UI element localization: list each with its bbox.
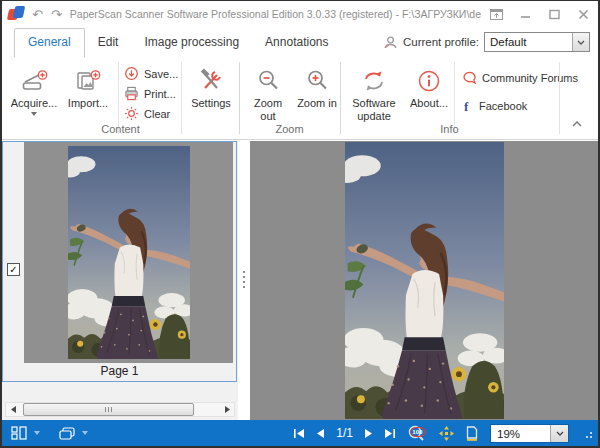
group-label-content: Content — [2, 123, 239, 135]
about-button[interactable]: About... — [406, 64, 452, 110]
minimize-button[interactable] — [518, 8, 532, 20]
zoom-in-label: Zoom in — [297, 97, 337, 110]
facebook-icon: f — [462, 99, 474, 113]
page-checkbox[interactable]: ✓ — [7, 263, 20, 276]
profile-combobox[interactable]: Default — [484, 32, 590, 52]
chevron-down-icon — [577, 40, 585, 45]
zoom-out-button[interactable]: Zoom out — [245, 64, 291, 122]
current-profile-label: Current profile: — [403, 36, 479, 48]
ribbon: Acquire... Import... Save... Print... Cl… — [2, 57, 598, 140]
clear-label: Clear — [144, 108, 170, 120]
save-label: Save... — [144, 68, 178, 80]
tab-edit[interactable]: Edit — [85, 29, 132, 57]
import-images-icon — [75, 64, 101, 94]
group-label-info: Info — [340, 123, 559, 135]
content-area: ✓ Page 1 — [2, 141, 598, 420]
import-button[interactable]: Import... — [64, 64, 112, 110]
user-icon — [383, 35, 398, 50]
zoom-in-icon — [305, 64, 329, 94]
panel-splitter[interactable] — [238, 141, 250, 420]
acquire-button[interactable]: Acquire... — [8, 64, 60, 116]
chevron-down-icon — [556, 431, 564, 436]
last-page-icon[interactable] — [384, 429, 395, 438]
redo-icon[interactable]: ↷ — [51, 8, 62, 21]
zoom-level-dropdown[interactable] — [550, 425, 568, 442]
scroll-right-arrow-icon[interactable] — [220, 403, 234, 416]
page-label: Page 1 — [3, 364, 236, 380]
profile-combobox-value: Default — [485, 33, 572, 51]
clear-icon — [124, 106, 139, 121]
app-logo-icon — [8, 6, 24, 22]
settings-label: Settings — [191, 97, 231, 110]
undo-icon[interactable]: ↶ — [32, 8, 43, 21]
save-download-icon — [124, 66, 139, 81]
community-forums-label: Community Forums — [482, 72, 578, 84]
speech-bubble-icon — [462, 71, 477, 85]
software-update-icon — [360, 64, 388, 94]
cascade-dropdown-caret-icon[interactable] — [82, 431, 88, 435]
profile-area: Current profile: Default — [383, 32, 590, 52]
ribbon-separator — [559, 62, 560, 134]
about-info-icon — [416, 64, 442, 94]
first-page-icon[interactable] — [294, 429, 305, 438]
pages-panel: ✓ Page 1 — [2, 141, 238, 420]
page-list: ✓ Page 1 — [2, 141, 237, 382]
scrollbar-thumb[interactable] — [23, 403, 194, 416]
svg-text:100: 100 — [412, 428, 423, 435]
collapse-ribbon-chevron-icon[interactable] — [572, 113, 582, 131]
thumbnail-strip — [24, 142, 233, 363]
view-dropdown-caret-icon[interactable] — [34, 431, 40, 435]
settings-tools-icon — [198, 64, 224, 94]
print-button[interactable]: Print... — [124, 85, 176, 102]
close-button[interactable] — [576, 8, 590, 20]
zoom-in-button[interactable]: Zoom in — [296, 64, 338, 110]
acquire-label: Acquire... — [11, 97, 57, 110]
ribbon-tabbar: General Edit Image processing Annotation… — [2, 27, 598, 57]
statusbar: 1/1 100 19% — [2, 420, 598, 446]
acquire-dropdown-caret-icon[interactable] — [31, 112, 37, 116]
page-preview-image — [345, 142, 504, 419]
fit-width-page-icon[interactable] — [466, 426, 478, 441]
scanner-acquire-icon — [21, 64, 48, 94]
maximize-button[interactable] — [547, 8, 561, 20]
fit-page-arrows-icon[interactable] — [439, 426, 454, 441]
statusbar-navigation: 1/1 100 19% — [294, 424, 598, 443]
facebook-button[interactable]: f Facebook — [462, 97, 527, 114]
software-update-label: Software update — [346, 97, 402, 122]
zoom-100-icon[interactable]: 100 — [407, 425, 427, 442]
zoom-level-combobox[interactable]: 19% — [490, 424, 569, 443]
software-update-button[interactable]: Software update — [346, 64, 402, 122]
app-window: ↶ ↷ PaperScan Scanner Software Professio… — [0, 0, 600, 448]
community-forums-button[interactable]: Community Forums — [462, 69, 578, 86]
zoom-level-value: 19% — [491, 425, 550, 442]
tab-image-processing[interactable]: Image processing — [131, 29, 252, 57]
tab-general[interactable]: General — [14, 28, 85, 57]
scrollbar-track[interactable] — [20, 403, 220, 416]
svg-text:f: f — [464, 99, 469, 113]
previous-page-icon[interactable] — [317, 429, 324, 438]
settings-button[interactable]: Settings — [186, 64, 236, 110]
zoom-out-label: Zoom out — [245, 97, 291, 122]
page-indicator: 1/1 — [336, 426, 353, 440]
document-preview — [250, 141, 598, 420]
thumbnail-hscrollbar[interactable] — [5, 402, 235, 417]
printer-icon — [124, 86, 139, 101]
clear-button[interactable]: Clear — [124, 105, 170, 122]
save-button[interactable]: Save... — [124, 65, 178, 82]
window-title: PaperScan Scanner Software Professional … — [70, 8, 481, 20]
statusbar-view-controls — [2, 426, 88, 440]
next-page-icon[interactable] — [365, 429, 372, 438]
pin-window-icon[interactable] — [489, 8, 503, 20]
profile-combobox-dropdown[interactable] — [572, 33, 589, 51]
scroll-left-arrow-icon[interactable] — [6, 403, 20, 416]
thumbnail-view-icon[interactable] — [11, 426, 27, 440]
page-thumbnail-image[interactable] — [68, 146, 190, 359]
tab-annotations[interactable]: Annotations — [252, 29, 341, 57]
group-label-zoom: Zoom — [239, 123, 340, 135]
resize-grip[interactable] — [583, 429, 592, 438]
facebook-label: Facebook — [479, 100, 527, 112]
print-label: Print... — [144, 88, 176, 100]
window-controls — [489, 8, 590, 20]
titlebar: ↶ ↷ PaperScan Scanner Software Professio… — [2, 1, 598, 27]
cascade-view-icon[interactable] — [59, 427, 75, 440]
